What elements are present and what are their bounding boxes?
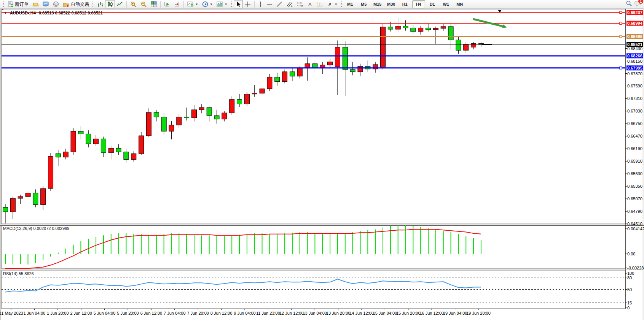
auto-trading-label: 自动交易 <box>71 1 89 8</box>
cursor-button[interactable] <box>234 0 243 8</box>
price-tick-label: 0.67310 <box>627 96 642 101</box>
timeframe-button-m1[interactable]: M1 <box>344 0 357 8</box>
periods-button[interactable]: ▼ <box>200 0 215 8</box>
timeframe-button-d1[interactable]: D1 <box>426 0 439 8</box>
timeframe-button-m30[interactable]: M30 <box>385 0 398 8</box>
timeframe-button-h1[interactable]: H1 <box>399 0 411 8</box>
notifications-button[interactable]: 1 <box>634 0 642 8</box>
time-tick-label: 31 May 2023 <box>0 311 23 315</box>
auto-scroll-button[interactable] <box>162 0 172 8</box>
time-tick-label: 1 Jun 20:00 <box>47 311 69 315</box>
chart-shift-icon <box>174 1 180 7</box>
macd-axis-label: 0.004142 <box>627 227 644 231</box>
time-tick-label: 16 Jun 12:00 <box>419 311 444 315</box>
time-tick-label: 11 Jun 23:00 <box>256 311 280 315</box>
timeframe-toolbar: M1M5M15M30H1H4D1W1MN <box>344 0 466 8</box>
chevron-down-icon[interactable]: ▼ <box>210 3 213 6</box>
line-chart-button[interactable] <box>115 0 125 8</box>
periods-icon <box>202 1 208 7</box>
cursor-icon <box>236 1 241 7</box>
price-tick-label: 0.64510 <box>627 222 642 226</box>
channel-button[interactable]: E <box>284 0 295 8</box>
chart-menu-arrow-icon[interactable]: ▼ <box>4 11 7 15</box>
rsi-axis-label: 15 <box>627 301 632 305</box>
time-tick-label: 14 Jun 12:00 <box>349 311 374 315</box>
macd-label: MACD(12,26,9) 0.002072 0.002969 <box>3 226 69 231</box>
toolbar-separator <box>183 1 184 8</box>
chevron-down-icon[interactable]: ▼ <box>195 3 198 6</box>
toolbar-separator <box>126 1 127 8</box>
price-tick-label: 0.68430 <box>627 46 642 51</box>
fibonacci-button[interactable]: F <box>295 0 306 8</box>
timeframe-button-m15[interactable]: M15 <box>371 0 384 8</box>
signal-icon <box>53 1 59 7</box>
crosshair-icon <box>245 1 251 7</box>
timeframe-button-m5[interactable]: M5 <box>357 0 370 8</box>
signal-button[interactable] <box>51 0 61 8</box>
time-tick-label: 7 Jun 20:00 <box>187 311 209 315</box>
price-tick-label: 0.65630 <box>627 171 642 176</box>
arrows-button[interactable]: ▼ <box>325 0 340 8</box>
candlestick-chart-icon <box>107 1 113 7</box>
text-label-button[interactable]: T <box>315 0 325 8</box>
price-line-label: 0.68521 <box>627 42 642 47</box>
price-tick-label: 0.68150 <box>627 59 642 63</box>
market-watch-icon <box>43 1 49 7</box>
time-tick-label: 19 Jun 20:00 <box>466 311 491 315</box>
new-order-icon <box>8 1 14 7</box>
time-tick-label: 12 Jun 12:00 <box>279 311 304 315</box>
toolbar-grip[interactable] <box>3 1 5 7</box>
macd-axis-label: 0.00 <box>627 252 635 256</box>
toolbar-grip[interactable] <box>341 1 343 7</box>
timeframe-button-w1[interactable]: W1 <box>440 0 453 8</box>
market-watch-button[interactable] <box>41 0 51 8</box>
indicators-button[interactable]: ▼ <box>185 0 200 8</box>
chart-ohlc-values: 0.68513 0.68522 0.68512 0.68521 <box>39 11 103 15</box>
vertical-line-icon <box>258 1 263 7</box>
crosshair-button[interactable] <box>243 0 253 8</box>
bar-chart-button[interactable] <box>95 0 105 8</box>
rsi-label: RSI(14) 55.8626 <box>3 271 34 276</box>
price-tick-label: 0.67590 <box>627 84 642 88</box>
time-tick-label: 5 Jun 20:00 <box>117 311 139 315</box>
chevron-down-icon[interactable]: ▼ <box>335 3 338 6</box>
templates-button[interactable]: ▼ <box>215 0 230 8</box>
rsi-axis-label: 0 <box>627 306 630 310</box>
rsi-axis-label: 80 <box>627 276 632 280</box>
timeframe-button-h4[interactable]: H4 <box>412 0 425 8</box>
gold-button[interactable] <box>30 0 41 8</box>
zoom-out-icon <box>140 1 147 8</box>
macd-axis-label: -0.002286 <box>627 266 644 270</box>
auto-trading-button[interactable]: 自动交易 <box>61 0 91 8</box>
search-icon[interactable] <box>625 0 632 8</box>
new-order-button[interactable]: 新订单 <box>6 0 30 8</box>
trendline-button[interactable] <box>274 0 284 8</box>
toolbar-grip[interactable] <box>231 1 233 7</box>
text-button[interactable]: A <box>306 0 315 8</box>
candlestick-chart-button[interactable] <box>105 0 115 8</box>
horizontal-line-button[interactable] <box>265 0 274 8</box>
price-line-label: 0.69237 <box>627 10 642 15</box>
timeframe-button-mn[interactable]: MN <box>453 0 466 8</box>
svg-text:F: F <box>301 5 303 7</box>
chart-canvas[interactable]: 0.684300.681500.678700.675900.673100.670… <box>0 0 644 320</box>
price-tick-label: 0.66470 <box>627 134 642 138</box>
chevron-down-icon[interactable]: ▼ <box>225 3 228 6</box>
toolbar-separator <box>160 1 161 8</box>
zoom-out-button[interactable] <box>139 0 149 8</box>
time-tick-label: 7 Jun 04:00 <box>164 311 186 315</box>
zoom-in-button[interactable] <box>128 0 139 8</box>
chart-shift-button[interactable] <box>172 0 182 8</box>
zoom-in-icon <box>130 1 137 8</box>
toolbar-grip[interactable] <box>92 1 94 7</box>
price-tick-label: 0.65910 <box>627 159 642 163</box>
line-chart-icon <box>117 1 123 7</box>
price-line-label: 0.67995 <box>627 66 642 70</box>
tile-windows-button[interactable] <box>149 0 159 8</box>
horizontal-line-icon <box>266 2 273 7</box>
auto-scroll-icon <box>164 1 170 7</box>
rsi-axis-label: 50 <box>627 287 632 292</box>
tile-windows-icon <box>151 1 157 7</box>
vertical-line-button[interactable] <box>256 0 265 8</box>
trendline-icon <box>276 1 282 7</box>
